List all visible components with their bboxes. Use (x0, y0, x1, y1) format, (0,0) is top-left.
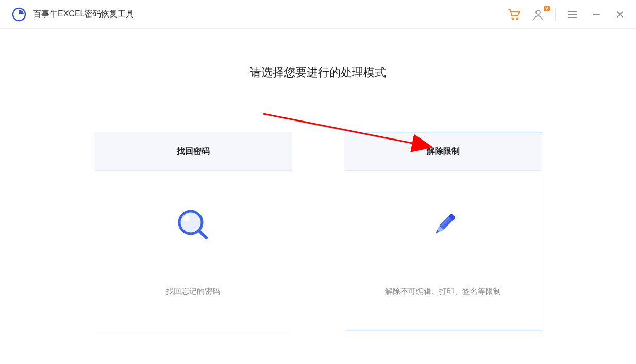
card-recover-title: 找回密码 (94, 132, 292, 171)
card-unlock-body: 解除不可编辑、打印、签名等限制 (344, 171, 542, 330)
svg-rect-2 (20, 15, 21, 16)
svg-line-15 (199, 231, 206, 238)
app-title: 百事牛EXCEL密码恢复工具 (33, 9, 134, 20)
svg-rect-1 (16, 12, 18, 14)
svg-point-4 (516, 18, 518, 19)
user-icon[interactable]: V (531, 8, 545, 21)
cart-icon[interactable] (508, 8, 521, 21)
app-logo-icon (11, 7, 27, 22)
card-recover-desc: 找回忘记的密码 (166, 287, 220, 297)
title-right: V (508, 8, 627, 21)
minimize-icon[interactable] (590, 8, 603, 21)
card-remove-restriction[interactable]: 解除限制 解除不可编辑、打印、签名等限制 (344, 132, 542, 330)
vip-badge: V (544, 6, 550, 11)
close-icon[interactable] (613, 8, 627, 21)
card-unlock-title: 解除限制 (344, 132, 542, 171)
menu-icon[interactable] (566, 8, 579, 21)
main-area: 请选择您要进行的处理模式 找回密码 找回忘记的密码 解除限制 (0, 29, 636, 330)
magnifier-icon (173, 204, 214, 246)
title-left: 百事牛EXCEL密码恢复工具 (11, 7, 134, 22)
svg-point-3 (512, 18, 513, 19)
card-recover-password[interactable]: 找回密码 找回忘记的密码 (94, 132, 292, 330)
card-recover-body: 找回忘记的密码 (94, 171, 292, 330)
card-unlock-desc: 解除不可编辑、打印、签名等限制 (385, 287, 501, 297)
pencil-icon (423, 204, 464, 246)
svg-point-14 (183, 215, 190, 221)
page-heading: 请选择您要进行的处理模式 (0, 65, 636, 80)
mode-cards: 找回密码 找回忘记的密码 解除限制 (0, 132, 636, 330)
titlebar-divider (555, 9, 556, 20)
titlebar: 百事牛EXCEL密码恢复工具 V (0, 0, 636, 29)
svg-point-5 (536, 10, 540, 14)
